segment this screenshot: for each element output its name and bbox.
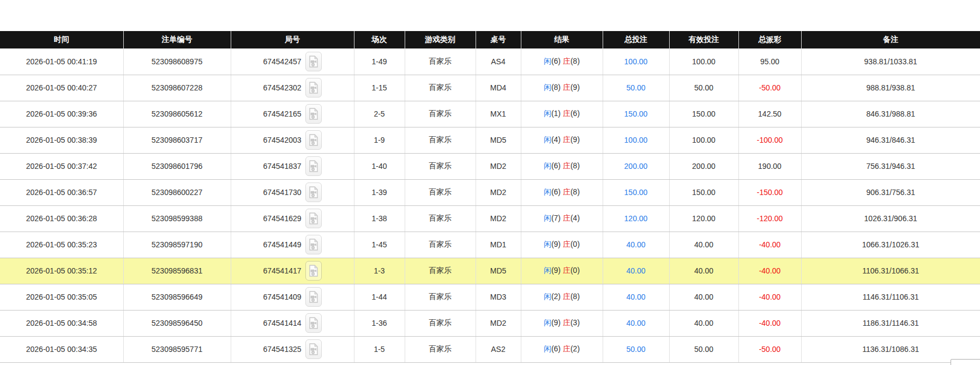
result-banker-points: (8) — [570, 292, 580, 301]
result-banker-label: 庄 — [563, 109, 570, 118]
result-banker-points: (0) — [570, 240, 580, 248]
round-number-text: 674542457 — [263, 57, 301, 66]
cell-payout: 95.00 — [738, 48, 801, 75]
cell-payout: -40.00 — [738, 284, 801, 310]
table-header-row: 时间 注单编号 局号 场次 游戏类别 桌号 结果 总投注 有效投注 总派彩 备注 — [0, 31, 980, 48]
cell-total-bet-link[interactable]: 40.00 — [603, 310, 669, 336]
table-row[interactable]: 2026-01-05 00:40:27 523098607228 6745423… — [0, 75, 980, 101]
video-replay-button[interactable] — [305, 313, 322, 333]
round-number-text: 674541730 — [263, 188, 301, 197]
cell-session: 1-40 — [354, 153, 405, 179]
cell-remark: 946.31/846.31 — [801, 127, 980, 153]
cell-total-bet-link[interactable]: 100.00 — [603, 127, 669, 153]
cell-time: 2026-01-05 00:34:35 — [0, 336, 123, 362]
video-replay-button[interactable] — [305, 104, 322, 124]
video-replay-button[interactable] — [305, 156, 322, 176]
cell-bet-number: 523098601796 — [123, 153, 231, 179]
video-replay-button[interactable] — [305, 209, 322, 228]
video-replay-icon — [309, 239, 318, 251]
video-replay-button[interactable] — [305, 130, 322, 150]
video-replay-button[interactable] — [305, 339, 322, 359]
column-header-game-type: 游戏类别 — [405, 31, 476, 48]
cell-valid-bet: 40.00 — [669, 232, 738, 258]
cell-bet-number: 523098596450 — [123, 310, 231, 336]
cell-time: 2026-01-05 00:38:39 — [0, 127, 123, 153]
result-banker-label: 庄 — [563, 214, 570, 222]
cell-valid-bet: 120.00 — [669, 205, 738, 232]
cell-total-bet-link[interactable]: 100.00 — [603, 48, 669, 75]
cell-time: 2026-01-05 00:36:28 — [0, 205, 123, 232]
video-replay-button[interactable] — [305, 78, 322, 98]
video-replay-button[interactable] — [305, 261, 322, 281]
cell-total-bet-link[interactable]: 200.00 — [603, 153, 669, 179]
cell-valid-bet: 50.00 — [669, 336, 738, 362]
cell-bet-number: 523098599388 — [123, 205, 231, 232]
table-row[interactable]: 2026-01-05 00:34:35 523098595771 6745413… — [0, 336, 980, 362]
result-banker-label: 庄 — [563, 318, 570, 327]
result-player-points: (7) — [551, 214, 561, 222]
cell-time: 2026-01-05 00:41:19 — [0, 48, 123, 75]
result-player-points: (1) — [551, 109, 561, 118]
column-header-bet-no: 注单编号 — [123, 31, 231, 48]
cell-table-number: MD3 — [476, 284, 521, 310]
video-replay-icon — [309, 186, 318, 198]
video-replay-button[interactable] — [305, 235, 322, 254]
cell-total-bet-link[interactable]: 40.00 — [603, 232, 669, 258]
cell-remark: 906.31/756.31 — [801, 179, 980, 205]
cell-game-type: 百家乐 — [405, 310, 476, 336]
result-player-label: 闲 — [544, 57, 551, 65]
cell-round-number: 674542302 — [231, 75, 354, 101]
bottom-right-partial-control[interactable] — [951, 359, 980, 365]
column-header-payout: 总派彩 — [738, 31, 801, 48]
cell-total-bet-link[interactable]: 50.00 — [603, 75, 669, 101]
cell-total-bet-link[interactable]: 150.00 — [603, 179, 669, 205]
cell-bet-number: 523098605612 — [123, 101, 231, 127]
cell-remark: 1186.31/1146.31 — [801, 310, 980, 336]
table-row[interactable]: 2026-01-05 00:35:23 523098597190 6745414… — [0, 232, 980, 258]
cell-total-bet-link[interactable]: 50.00 — [603, 336, 669, 362]
cell-time: 2026-01-05 00:35:23 — [0, 232, 123, 258]
cell-bet-number: 523098607228 — [123, 75, 231, 101]
round-number-text: 674542165 — [263, 110, 301, 118]
cell-game-type: 百家乐 — [405, 127, 476, 153]
table-row[interactable]: 2026-01-05 00:39:36 523098605612 6745421… — [0, 101, 980, 127]
cell-table-number: MD2 — [476, 310, 521, 336]
table-row[interactable]: 2026-01-05 00:34:58 523098596450 6745414… — [0, 310, 980, 336]
cell-payout: -120.00 — [738, 205, 801, 232]
table-row[interactable]: 2026-01-05 00:35:12 523098596831 6745414… — [0, 258, 980, 284]
video-replay-button[interactable] — [305, 287, 322, 307]
column-header-table-no: 桌号 — [476, 31, 521, 48]
cell-session: 2-5 — [354, 101, 405, 127]
video-replay-button[interactable] — [305, 52, 322, 71]
table-row[interactable]: 2026-01-05 00:36:57 523098600227 6745417… — [0, 179, 980, 205]
round-number-text: 674542003 — [263, 136, 301, 144]
table-row[interactable]: 2026-01-05 00:36:28 523098599388 6745416… — [0, 205, 980, 232]
video-replay-icon — [309, 82, 318, 94]
table-row[interactable]: 2026-01-05 00:38:39 523098603717 6745420… — [0, 127, 980, 153]
table-row[interactable]: 2026-01-05 00:35:05 523098596649 6745414… — [0, 284, 980, 310]
cell-payout: -50.00 — [738, 75, 801, 101]
cell-time: 2026-01-05 00:34:58 — [0, 310, 123, 336]
video-replay-button[interactable] — [305, 182, 322, 202]
cell-total-bet-link[interactable]: 40.00 — [603, 284, 669, 310]
result-player-label: 闲 — [544, 214, 551, 222]
table-row[interactable]: 2026-01-05 00:41:19 523098608975 6745424… — [0, 48, 980, 75]
cell-round-number: 674541837 — [231, 153, 354, 179]
result-player-label: 闲 — [544, 292, 551, 301]
cell-valid-bet: 40.00 — [669, 258, 738, 284]
cell-total-bet-link[interactable]: 120.00 — [603, 205, 669, 232]
cell-payout: -100.00 — [738, 127, 801, 153]
table-row[interactable]: 2026-01-05 00:37:42 523098601796 6745418… — [0, 153, 980, 179]
result-player-points: (8) — [551, 83, 561, 92]
cell-total-bet-link[interactable]: 150.00 — [603, 101, 669, 127]
cell-table-number: MD5 — [476, 127, 521, 153]
cell-payout: -150.00 — [738, 179, 801, 205]
result-player-points: (6) — [551, 187, 561, 196]
cell-game-type: 百家乐 — [405, 336, 476, 362]
video-replay-icon — [309, 317, 318, 329]
result-banker-label: 庄 — [563, 344, 570, 353]
cell-table-number: MD1 — [476, 232, 521, 258]
cell-total-bet-link[interactable]: 40.00 — [603, 258, 669, 284]
cell-valid-bet: 200.00 — [669, 153, 738, 179]
cell-session: 1-36 — [354, 310, 405, 336]
